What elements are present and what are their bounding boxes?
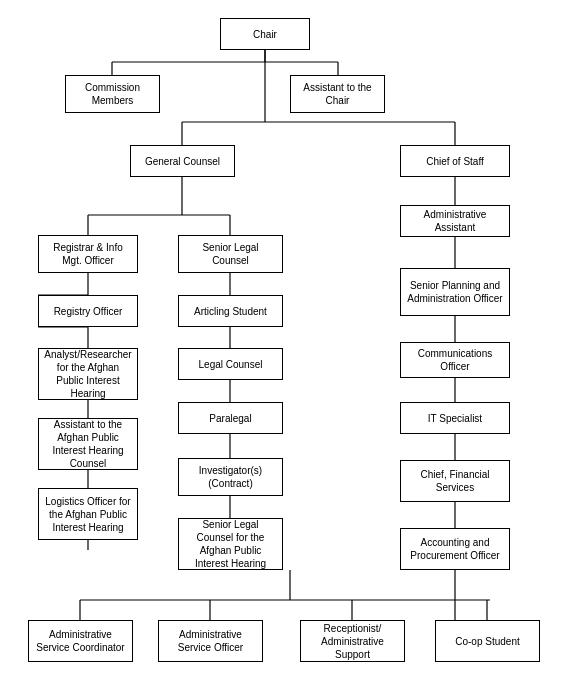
box-accounting: Accounting and Procurement Officer <box>400 528 510 570</box>
box-senior_legal_afghan: Senior Legal Counsel for the Afghan Publ… <box>178 518 283 570</box>
box-general_counsel: General Counsel <box>130 145 235 177</box>
box-admin_service_officer: Administrative Service Officer <box>158 620 263 662</box>
box-chief_financial: Chief, Financial Services <box>400 460 510 502</box>
org-chart: ChairCommission MembersAssistant to the … <box>10 10 560 670</box>
box-assistant_counsel: Assistant to the Afghan Public Interest … <box>38 418 138 470</box>
box-investigators: Investigator(s) (Contract) <box>178 458 283 496</box>
box-it_specialist: IT Specialist <box>400 402 510 434</box>
box-communications: Communications Officer <box>400 342 510 378</box>
box-receptionist: Receptionist/ Administrative Support <box>300 620 405 662</box>
box-paralegal: Paralegal <box>178 402 283 434</box>
box-logistics: Logistics Officer for the Afghan Public … <box>38 488 138 540</box>
box-senior_planning: Senior Planning and Administration Offic… <box>400 268 510 316</box>
box-registrar: Registrar & Info Mgt. Officer <box>38 235 138 273</box>
box-coop: Co-op Student <box>435 620 540 662</box>
box-admin_assistant: Administrative Assistant <box>400 205 510 237</box>
box-assistant_chair: Assistant to the Chair <box>290 75 385 113</box>
box-chief_of_staff: Chief of Staff <box>400 145 510 177</box>
box-commission: Commission Members <box>65 75 160 113</box>
box-analyst: Analyst/Researcher for the Afghan Public… <box>38 348 138 400</box>
box-senior_legal: Senior Legal Counsel <box>178 235 283 273</box>
box-legal_counsel: Legal Counsel <box>178 348 283 380</box>
box-articling: Articling Student <box>178 295 283 327</box>
box-admin_coordinator: Administrative Service Coordinator <box>28 620 133 662</box>
box-chair: Chair <box>220 18 310 50</box>
box-registry: Registry Officer <box>38 295 138 327</box>
